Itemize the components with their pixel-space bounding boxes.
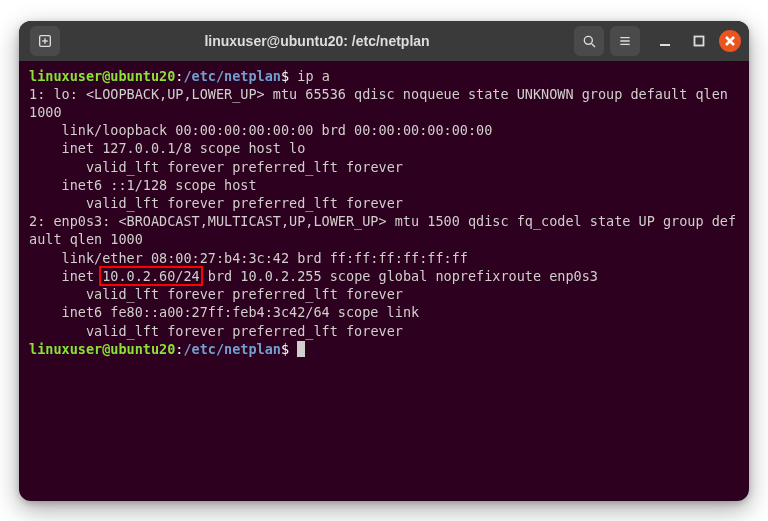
output-line: valid_lft forever preferred_lft forever [29, 159, 403, 175]
output-line: valid_lft forever preferred_lft forever [29, 323, 403, 339]
svg-line-4 [592, 43, 595, 46]
output-line: 2: enp0s3: <BROADCAST,MULTICAST,UP,LOWER… [29, 213, 736, 247]
svg-point-3 [584, 36, 592, 44]
prompt-dollar: $ [281, 341, 289, 357]
prompt-user-host: linuxuser@ubuntu20 [29, 341, 175, 357]
output-line: brd 10.0.2.255 scope global noprefixrout… [200, 268, 598, 284]
maximize-button[interactable] [685, 27, 713, 55]
titlebar: linuxuser@ubuntu20: /etc/netplan [19, 21, 749, 61]
window-title: linuxuser@ubuntu20: /etc/netplan [63, 33, 571, 49]
output-line: valid_lft forever preferred_lft forever [29, 195, 403, 211]
prompt-dollar: $ [281, 68, 289, 84]
menu-button[interactable] [610, 26, 640, 56]
svg-rect-9 [695, 36, 704, 45]
terminal-content[interactable]: linuxuser@ubuntu20:/etc/netplan$ ip a 1:… [19, 61, 749, 501]
output-line: inet [29, 268, 102, 284]
new-tab-button[interactable] [30, 26, 60, 56]
output-line: inet6 ::1/128 scope host [29, 177, 257, 193]
prompt-path: /etc/netplan [183, 68, 281, 84]
terminal-window: linuxuser@ubuntu20: /etc/netplan linuxus… [19, 21, 749, 501]
window-controls [651, 27, 741, 55]
output-line: inet6 fe80::a00:27ff:feb4:3c42/64 scope … [29, 304, 419, 320]
search-button[interactable] [574, 26, 604, 56]
prompt-user-host: linuxuser@ubuntu20 [29, 68, 175, 84]
minimize-button[interactable] [651, 27, 679, 55]
prompt-path: /etc/netplan [183, 341, 281, 357]
output-line: link/ether 08:00:27:b4:3c:42 brd ff:ff:f… [29, 250, 468, 266]
output-line: 1: lo: <LOOPBACK,UP,LOWER_UP> mtu 65536 … [29, 86, 736, 120]
highlighted-ip: 10.0.2.60/24 [102, 268, 200, 284]
command-text: ip a [297, 68, 330, 84]
output-line: inet 127.0.0.1/8 scope host lo [29, 140, 305, 156]
output-line: valid_lft forever preferred_lft forever [29, 286, 403, 302]
output-line: link/loopback 00:00:00:00:00:00 brd 00:0… [29, 122, 492, 138]
close-button[interactable] [719, 30, 741, 52]
cursor [297, 341, 305, 357]
